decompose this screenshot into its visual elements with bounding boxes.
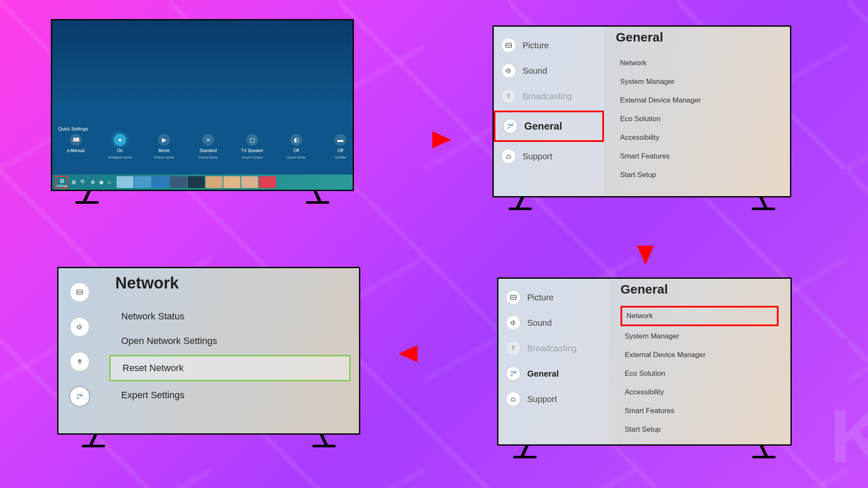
quick-item-label: On: [117, 148, 122, 153]
quick-item-2[interactable]: ▶MoviePicture Mode: [149, 134, 179, 159]
option-network-status[interactable]: Network Status: [109, 304, 351, 329]
category-support[interactable]: Support: [498, 386, 609, 412]
option-reset-network[interactable]: Reset Network: [109, 355, 351, 381]
option-smart-features[interactable]: Smart Features: [616, 147, 778, 166]
network-options-panel: Network Network StatusOpen Network Setti…: [101, 268, 359, 433]
app-tile[interactable]: [188, 176, 205, 188]
quick-item-3[interactable]: ≡StandardSound Mode: [193, 134, 223, 159]
category-label: Picture: [523, 41, 549, 50]
settings-categories-mini: [58, 268, 101, 433]
tv-home-screen: Quick Settings 📖e-Manual●OnIntelligent M…: [52, 20, 353, 190]
option-external-device-manager[interactable]: External Device Manager: [616, 91, 778, 110]
category-support[interactable]: Support: [494, 144, 604, 169]
quick-item-label: Off: [293, 148, 299, 153]
panel-title: General: [620, 282, 779, 297]
snd-icon[interactable]: [70, 317, 89, 337]
option-network[interactable]: Network: [620, 306, 779, 326]
quick-item-0[interactable]: 📖e-Manual: [61, 134, 91, 159]
pic-icon[interactable]: [70, 283, 89, 302]
tv-stand: [314, 433, 334, 446]
ambient-icon[interactable]: ◉: [99, 179, 103, 185]
option-accessibility[interactable]: Accessibility: [616, 128, 778, 147]
settings-options-panel: General NetworkSystem ManagerExternal De…: [609, 279, 790, 444]
category-picture[interactable]: Picture: [494, 33, 604, 58]
category-general[interactable]: General: [494, 111, 604, 142]
app-tile[interactable]: [223, 176, 240, 188]
arrow-down-icon: [631, 208, 660, 267]
settings-categories: PictureSoundBroadcastingGeneralSupport: [498, 279, 609, 444]
app-tile[interactable]: [241, 176, 258, 188]
option-smart-features[interactable]: Smart Features: [620, 402, 779, 420]
quick-item-icon: ●: [114, 134, 126, 146]
quick-item-icon: ◐: [290, 134, 302, 146]
tv-step-4: Network Network StatusOpen Network Setti…: [57, 267, 360, 435]
quick-item-sublabel: Sound Mode: [198, 155, 217, 159]
option-open-network-settings[interactable]: Open Network Settings: [109, 329, 351, 353]
gen-icon[interactable]: [70, 387, 89, 406]
category-label: Sound: [527, 318, 552, 328]
settings-options-panel: General NetworkSystem ManagerExternal De…: [604, 27, 790, 196]
option-network[interactable]: Network: [616, 54, 778, 72]
category-sound[interactable]: Sound: [498, 310, 609, 336]
tv-stand: [515, 444, 534, 457]
quick-settings-row: 📖e-Manual●OnIntelligent Mode▶MoviePictur…: [52, 134, 353, 159]
app-tile[interactable]: [259, 176, 276, 188]
brd-icon: [501, 89, 516, 103]
home-icon[interactable]: ⌂: [108, 179, 111, 185]
settings-categories: PictureSoundBroadcastingGeneralSupport: [494, 27, 604, 196]
quick-item-label: Off: [337, 148, 343, 153]
app-tile[interactable]: [206, 176, 223, 188]
category-label: Broadcasting: [527, 344, 577, 353]
category-label: Sound: [523, 66, 547, 76]
quick-item-icon: ▬: [334, 134, 346, 146]
category-sound[interactable]: Sound: [494, 58, 604, 83]
quick-settings-label: Quick Settings: [58, 126, 88, 131]
quick-item-label: Standard: [200, 148, 217, 153]
option-external-device-manager[interactable]: External Device Manager: [620, 346, 779, 364]
app-tile[interactable]: [134, 176, 151, 188]
pic-icon: [501, 38, 516, 53]
tv-step-1: Quick Settings 📖e-Manual●OnIntelligent M…: [51, 19, 354, 191]
option-accessibility[interactable]: Accessibility: [620, 383, 779, 402]
tv-stand: [511, 196, 530, 209]
apps-icon[interactable]: ⊗: [91, 179, 95, 185]
settings-general-network: PictureSoundBroadcastingGeneralSupport G…: [498, 279, 790, 444]
app-tile[interactable]: [117, 176, 134, 188]
source-icon[interactable]: ⊞: [72, 179, 76, 185]
category-broadcasting: Broadcasting: [498, 336, 609, 361]
brd-icon: [506, 341, 520, 355]
option-eco-solution[interactable]: Eco Solution: [616, 110, 778, 128]
tv-step-3: PictureSoundBroadcastingGeneralSupport G…: [497, 277, 792, 446]
quick-item-icon: ▶: [158, 134, 170, 146]
settings-button[interactable]: ⚙ Settings: [56, 176, 68, 189]
gen-icon: [506, 366, 520, 381]
quick-item-6[interactable]: ▬OffSubtitle: [325, 134, 356, 159]
quick-item-1[interactable]: ●OnIntelligent Mode: [105, 134, 135, 159]
category-label: Picture: [527, 293, 554, 302]
category-picture[interactable]: Picture: [498, 285, 609, 310]
category-general[interactable]: General: [498, 361, 609, 386]
quick-item-4[interactable]: ▢TV SpeakerSound Output: [237, 134, 267, 159]
quick-item-5[interactable]: ◐OffGame Mode: [281, 134, 312, 159]
option-start-setup[interactable]: Start Setup: [616, 166, 778, 184]
quick-item-icon: ≡: [202, 134, 214, 146]
quick-item-sublabel: Sound Output: [242, 155, 262, 159]
option-expert-settings[interactable]: Expert Settings: [109, 383, 351, 408]
brd-icon[interactable]: [70, 352, 89, 372]
option-system-manager[interactable]: System Manager: [616, 72, 778, 91]
watermark: K: [830, 392, 868, 480]
search-icon[interactable]: 🔍: [80, 179, 86, 185]
gear-icon: ⚙: [59, 177, 65, 184]
app-tile[interactable]: [152, 176, 169, 188]
tv-stand: [308, 190, 327, 202]
home-bottom-bar: ⚙ Settings ⊞ 🔍 ⊗ ◉ ⌂: [52, 175, 353, 190]
tv-stand: [84, 433, 103, 446]
app-tile[interactable]: [170, 176, 187, 188]
option-system-manager[interactable]: System Manager: [620, 327, 779, 346]
option-eco-solution[interactable]: Eco Solution: [620, 364, 779, 383]
category-label: Broadcasting: [523, 92, 572, 101]
gen-icon: [503, 119, 517, 133]
settings-general-menu: PictureSoundBroadcastingGeneralSupport G…: [494, 27, 790, 196]
snd-icon: [506, 316, 520, 330]
option-start-setup[interactable]: Start Setup: [620, 420, 779, 439]
